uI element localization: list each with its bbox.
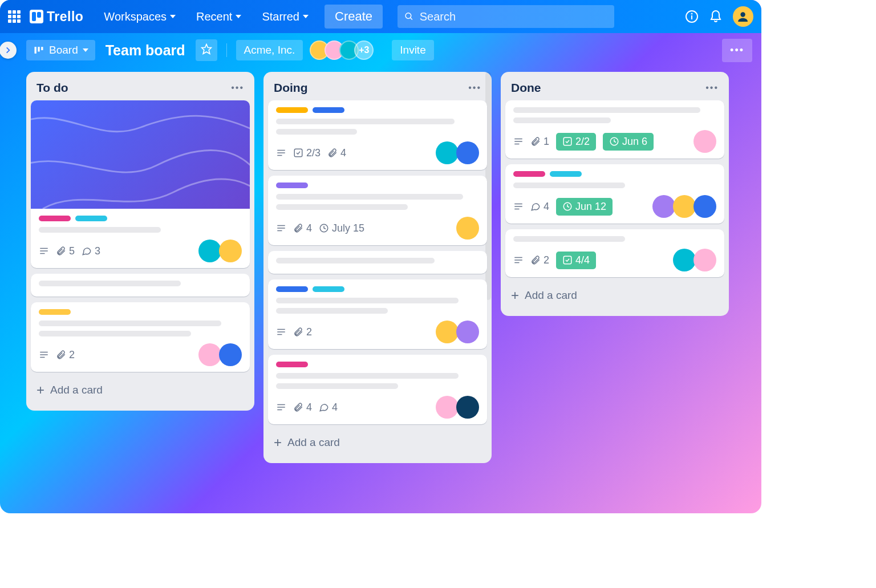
- attachment-badge: 5: [56, 245, 75, 257]
- card[interactable]: 4 July 15: [268, 176, 487, 245]
- add-card-button[interactable]: +Add a card: [31, 378, 250, 403]
- info-icon[interactable]: [685, 10, 699, 23]
- attachment-badge: 1: [530, 136, 549, 148]
- board-menu-button[interactable]: •••: [722, 39, 752, 62]
- board-canvas[interactable]: To do ••• 5 3: [0, 67, 761, 513]
- svg-rect-33: [563, 137, 571, 145]
- due-date-complete-badge: Jun 6: [603, 133, 654, 151]
- more-members[interactable]: +3: [354, 40, 374, 60]
- plus-icon: +: [511, 287, 519, 303]
- workspaces-menu[interactable]: Workspaces: [96, 7, 184, 27]
- card[interactable]: 1 2/2 Jun 6: [505, 100, 724, 159]
- board-view-selector[interactable]: Board: [26, 40, 95, 60]
- starred-menu[interactable]: Starred: [254, 7, 317, 27]
- card[interactable]: 2: [31, 302, 250, 372]
- due-date-badge: July 15: [319, 222, 364, 234]
- list-done: Done ••• 1 2/2 Jun 6: [501, 72, 729, 316]
- top-nav: Trello Workspaces Recent Starred Create: [0, 0, 761, 33]
- org-chip[interactable]: Acme, Inc.: [236, 40, 303, 60]
- checklist-complete-badge: 2/2: [556, 133, 596, 151]
- card-member-avatar[interactable]: [673, 195, 696, 218]
- invite-button[interactable]: Invite: [392, 40, 433, 60]
- card-member-avatar[interactable]: [456, 321, 479, 343]
- create-button[interactable]: Create: [325, 5, 383, 29]
- card[interactable]: [31, 274, 250, 297]
- due-date-complete-badge: Jun 12: [556, 198, 613, 216]
- chevron-down-icon: [303, 15, 309, 18]
- comments-badge: 3: [82, 245, 100, 257]
- search-box[interactable]: [398, 5, 614, 28]
- comments-badge: 4: [530, 201, 549, 213]
- trello-logo-icon: [30, 10, 43, 23]
- attachment-badge: 4: [293, 222, 312, 234]
- chevron-down-icon: [236, 15, 241, 18]
- card[interactable]: [268, 251, 487, 274]
- attachment-badge: 2: [293, 326, 312, 338]
- add-card-button[interactable]: +Add a card: [268, 430, 487, 455]
- card-member-avatar[interactable]: [694, 195, 716, 218]
- board-members[interactable]: +3: [314, 40, 374, 60]
- card[interactable]: 5 3: [31, 100, 250, 268]
- logo[interactable]: Trello: [30, 9, 83, 25]
- recent-menu[interactable]: Recent: [188, 7, 249, 27]
- description-icon: [276, 148, 286, 158]
- search-icon: [404, 11, 414, 22]
- svg-point-5: [741, 13, 745, 17]
- notifications-icon[interactable]: [709, 10, 723, 23]
- add-card-button[interactable]: +Add a card: [505, 283, 724, 308]
- card-member-avatar[interactable]: [436, 321, 459, 343]
- star-button[interactable]: [196, 39, 217, 61]
- card-member-avatar[interactable]: [436, 141, 459, 164]
- list-todo: To do ••• 5 3: [26, 72, 254, 411]
- svg-point-0: [405, 13, 411, 19]
- checklist-badge: 2/3: [293, 147, 321, 159]
- card-member-avatar[interactable]: [198, 240, 221, 262]
- svg-point-4: [692, 14, 692, 14]
- description-icon: [39, 350, 49, 360]
- comments-badge: 4: [319, 402, 338, 413]
- card-member-avatar[interactable]: [694, 249, 716, 271]
- list-menu-button[interactable]: •••: [705, 83, 719, 93]
- card[interactable]: 4 4: [268, 355, 487, 424]
- chevron-down-icon: [83, 48, 88, 52]
- list-title[interactable]: Done: [511, 81, 541, 95]
- card[interactable]: 4 Jun 12: [505, 164, 724, 224]
- card-member-avatar[interactable]: [694, 130, 716, 153]
- apps-icon[interactable]: [8, 10, 21, 23]
- card-member-avatar[interactable]: [456, 396, 479, 419]
- description-icon: [276, 327, 286, 337]
- card[interactable]: 2/3 4: [268, 100, 487, 170]
- list-menu-button[interactable]: •••: [468, 83, 481, 93]
- card[interactable]: 2 4/4: [505, 229, 724, 277]
- search-input[interactable]: [420, 10, 607, 23]
- list-menu-button[interactable]: •••: [231, 83, 244, 93]
- list-title[interactable]: Doing: [274, 81, 307, 95]
- description-icon: [276, 402, 286, 412]
- sidebar-expand-icon[interactable]: [0, 42, 17, 59]
- description-icon: [513, 201, 524, 212]
- card-member-avatar[interactable]: [198, 343, 221, 366]
- svg-rect-6: [35, 47, 36, 54]
- card[interactable]: 2: [268, 279, 487, 349]
- plus-icon: +: [274, 435, 282, 451]
- description-icon: [276, 223, 286, 233]
- card-member-avatar[interactable]: [219, 343, 242, 366]
- brand-name: Trello: [47, 9, 83, 25]
- chevron-down-icon: [170, 15, 176, 18]
- card-member-avatar[interactable]: [456, 141, 479, 164]
- card-member-avatar[interactable]: [652, 195, 675, 218]
- svg-rect-19: [294, 149, 302, 157]
- description-icon: [39, 246, 49, 256]
- card-member-avatar[interactable]: [673, 249, 696, 271]
- user-avatar[interactable]: [733, 6, 753, 27]
- card-member-avatar[interactable]: [219, 240, 242, 262]
- board-bar: Board Team board Acme, Inc. +3 Invite ••…: [0, 33, 761, 67]
- board-title[interactable]: Team board: [106, 42, 185, 59]
- svg-line-1: [410, 18, 412, 19]
- svg-rect-7: [38, 47, 39, 51]
- card-member-avatar[interactable]: [456, 217, 479, 240]
- card-cover: [31, 100, 250, 209]
- card-member-avatar[interactable]: [436, 396, 459, 419]
- svg-rect-42: [563, 256, 571, 264]
- list-title[interactable]: To do: [36, 81, 68, 95]
